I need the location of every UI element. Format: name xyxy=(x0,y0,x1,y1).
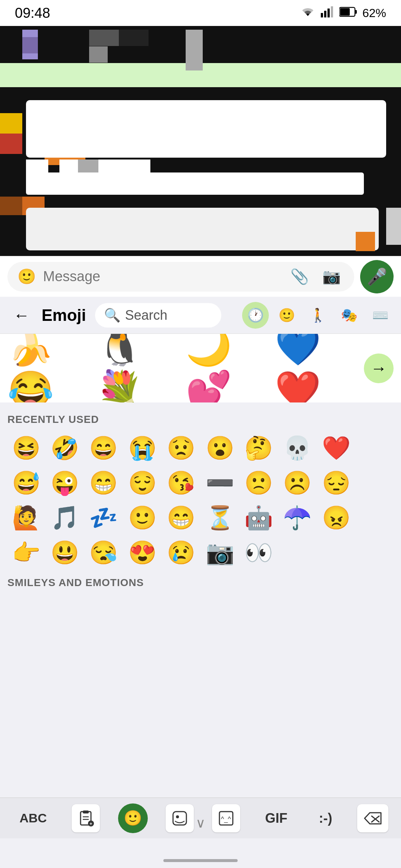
emoji-item[interactable]: 🤔 xyxy=(240,431,277,465)
emoji-item[interactable]: ☹️ xyxy=(279,466,316,500)
svg-text:+: + xyxy=(89,821,92,826)
emoji-item[interactable]: ⏳ xyxy=(201,501,238,535)
chat-bubble-3 xyxy=(26,208,379,250)
search-icon: 🔍 xyxy=(104,308,121,323)
emoji-item[interactable]: 😭 xyxy=(124,431,161,465)
signal-icon xyxy=(321,6,334,20)
svg-rect-8 xyxy=(83,811,89,813)
emoji-item[interactable]: 😘 xyxy=(163,466,200,500)
emoji-item[interactable]: 🤖 xyxy=(240,501,277,535)
pixel-7 xyxy=(0,113,22,134)
emoji-item[interactable] xyxy=(279,536,316,569)
emoji-item[interactable]: 👀 xyxy=(240,536,277,569)
emoji-item[interactable]: 🎵 xyxy=(46,501,83,535)
abc-button[interactable]: ABC xyxy=(13,803,53,833)
emoji-item[interactable]: 💀 xyxy=(279,431,316,465)
emoji-item[interactable]: 😍 xyxy=(124,536,161,569)
emoji-item[interactable]: 😃 xyxy=(46,536,83,569)
pixel-14 xyxy=(0,197,22,215)
search-pill[interactable]: 🔍 Search xyxy=(95,303,221,328)
emoji-item[interactable] xyxy=(356,431,394,465)
emoji-item[interactable]: 😄 xyxy=(85,431,122,465)
pixel-8 xyxy=(0,134,22,154)
svg-text:^_^: ^_^ xyxy=(221,815,231,823)
battery-icon xyxy=(339,6,357,20)
featured-emoji-4[interactable]: 💙❤️ xyxy=(275,334,364,402)
category-smileys[interactable]: 🙂 xyxy=(273,302,300,329)
featured-emoji-1[interactable]: 🍌😂 xyxy=(7,334,97,402)
clipboard-button[interactable]: + xyxy=(72,804,100,832)
emoji-item[interactable]: 🙁 xyxy=(240,466,277,500)
emoticon-button[interactable]: :-) xyxy=(312,803,339,833)
featured-next-button[interactable]: → xyxy=(364,354,394,383)
mic-button[interactable]: 🎤 xyxy=(360,260,394,293)
emoji-item[interactable]: 😁 xyxy=(163,501,200,535)
back-button[interactable]: ← xyxy=(7,303,36,328)
emoji-item[interactable]: 👉 xyxy=(7,536,45,569)
category-activities[interactable]: 🎭 xyxy=(336,302,362,329)
emoji-keyboard-button[interactable]: 🙂 xyxy=(118,803,148,833)
sticker-button[interactable] xyxy=(166,804,194,832)
wifi-icon xyxy=(300,6,316,20)
featured-emoji-row: 🍌😂 🐧💐 🌙💕 💙❤️ → xyxy=(0,334,401,402)
emoji-item[interactable]: 😅 xyxy=(7,466,45,500)
emoji-item[interactable]: 😁 xyxy=(85,466,122,500)
search-label: Search xyxy=(125,308,167,323)
emoji-input-button[interactable]: 🙂 xyxy=(18,268,36,286)
smileys-section-label-container: SMILEYS AND EMOTIONS xyxy=(0,569,401,596)
kaomoji-button[interactable]: ^_^ xyxy=(212,804,240,832)
svg-point-14 xyxy=(176,815,179,818)
category-recent[interactable]: 🕐 xyxy=(242,302,269,329)
emoji-item[interactable]: 😮 xyxy=(201,431,238,465)
emoji-item[interactable]: ➖ xyxy=(201,466,238,500)
emoji-item[interactable]: 🤣 xyxy=(46,431,83,465)
battery-text: 62% xyxy=(362,6,386,20)
recently-used-label: RECENTLY USED xyxy=(7,410,394,431)
emoji-item[interactable] xyxy=(356,536,394,569)
pixel-16 xyxy=(356,232,375,251)
chat-bubble-2 xyxy=(26,172,364,195)
emoji-item[interactable]: ☂️ xyxy=(279,501,316,535)
pixel-4 xyxy=(89,46,108,63)
emoji-item[interactable]: 😟 xyxy=(163,431,200,465)
emoji-item[interactable]: 😢 xyxy=(163,536,200,569)
svg-rect-5 xyxy=(355,10,357,14)
message-input-container[interactable]: 🙂 📎 📷 xyxy=(7,262,354,292)
emoji-item[interactable]: 💤 xyxy=(85,501,122,535)
emoji-item[interactable]: 😆 xyxy=(7,431,45,465)
gif-button[interactable]: GIF xyxy=(258,803,294,833)
emoji-keyboard: ← Emoji 🔍 Search 🕐 🙂 🚶 🎭 ⌨️ 🍌😂 🐧💐 🌙💕 💙❤️… xyxy=(0,297,401,868)
emoji-section-recent: RECENTLY USED 😆 🤣 😄 😭 😟 😮 🤔 💀 ❤️ 😅 😜 😁 😌… xyxy=(0,402,401,569)
emoji-item[interactable]: 😪 xyxy=(85,536,122,569)
svg-rect-0 xyxy=(321,13,323,17)
status-icons: 62% xyxy=(300,6,386,20)
category-people[interactable]: 🚶 xyxy=(304,302,331,329)
attach-button[interactable]: 📎 xyxy=(287,265,312,288)
backspace-button[interactable] xyxy=(357,804,388,832)
featured-emoji-3[interactable]: 🌙💕 xyxy=(186,334,275,402)
featured-emoji-2[interactable]: 🐧💐 xyxy=(97,334,186,402)
emoji-item[interactable] xyxy=(356,466,394,500)
emoji-item[interactable]: 📷 xyxy=(201,536,238,569)
emoji-item[interactable]: 😌 xyxy=(124,466,161,500)
pixel-6 xyxy=(186,30,203,70)
emoji-categories: 🕐 🙂 🚶 🎭 ⌨️ xyxy=(242,302,394,329)
camera-button[interactable]: 📷 xyxy=(319,265,344,288)
chevron-down[interactable]: ∨ xyxy=(196,815,205,831)
emoji-item[interactable]: 🙂 xyxy=(124,501,161,535)
category-symbols[interactable]: ⌨️ xyxy=(367,302,394,329)
pixel-5 xyxy=(119,30,149,46)
pixel-3 xyxy=(89,30,119,46)
emoji-item[interactable]: 😜 xyxy=(46,466,83,500)
emoji-item[interactable]: 😠 xyxy=(317,501,355,535)
emoji-item[interactable]: 😔 xyxy=(317,466,355,500)
emoji-item[interactable]: ❤️ xyxy=(317,431,355,465)
message-text-input[interactable] xyxy=(43,269,280,285)
emoji-top-bar: ← Emoji 🔍 Search 🕐 🙂 🚶 🎭 ⌨️ xyxy=(0,297,401,334)
emoji-item[interactable] xyxy=(356,501,394,535)
svg-rect-1 xyxy=(324,11,326,17)
emoji-item[interactable] xyxy=(317,536,355,569)
pixel-17 xyxy=(386,208,401,245)
emoji-item[interactable]: 🙋 xyxy=(7,501,45,535)
status-bar: 09:48 62% xyxy=(0,0,401,26)
